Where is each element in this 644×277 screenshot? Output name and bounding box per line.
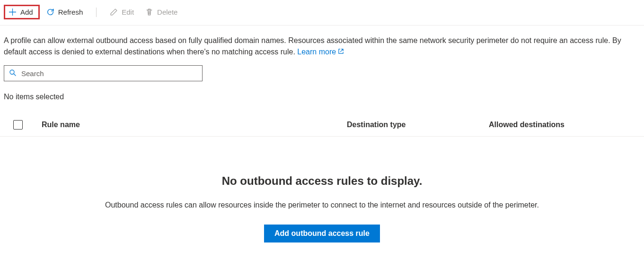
delete-button[interactable]: Delete <box>141 5 182 19</box>
column-destination-type[interactable]: Destination type <box>347 121 489 129</box>
plus-icon <box>9 8 17 16</box>
refresh-button-label: Refresh <box>58 8 83 16</box>
toolbar-separator <box>96 8 97 17</box>
toolbar: Add Refresh Edit Delete <box>0 0 644 26</box>
add-outbound-rule-button[interactable]: Add outbound access rule <box>264 225 380 242</box>
table-header: Rule name Destination type Allowed desti… <box>0 101 644 137</box>
search-icon <box>9 69 17 78</box>
edit-icon <box>110 8 118 16</box>
page-description: A profile can allow external outbound ac… <box>0 26 644 58</box>
column-allowed-destinations[interactable]: Allowed destinations <box>489 121 640 129</box>
learn-more-link[interactable]: Learn more <box>297 46 344 58</box>
column-rule-name[interactable]: Rule name <box>32 121 347 129</box>
delete-button-label: Delete <box>157 8 177 16</box>
search-box[interactable] <box>4 65 203 81</box>
add-button-label: Add <box>20 8 33 16</box>
search-container <box>0 58 644 81</box>
select-all-checkbox[interactable] <box>13 120 23 130</box>
edit-button[interactable]: Edit <box>105 5 139 19</box>
refresh-icon <box>46 8 54 16</box>
selection-status: No items selected <box>0 81 644 101</box>
external-link-icon <box>338 46 344 58</box>
empty-state-description: Outbound access rules can allow resource… <box>9 201 635 209</box>
delete-icon <box>145 8 153 16</box>
add-button[interactable]: Add <box>4 5 40 19</box>
search-input[interactable] <box>21 69 197 78</box>
refresh-button[interactable]: Refresh <box>42 5 88 19</box>
empty-state-title: No outbound access rules to display. <box>9 174 635 188</box>
empty-state: No outbound access rules to display. Out… <box>0 137 644 261</box>
edit-button-label: Edit <box>122 8 134 16</box>
select-all-column <box>4 120 32 130</box>
learn-more-label: Learn more <box>297 46 336 58</box>
